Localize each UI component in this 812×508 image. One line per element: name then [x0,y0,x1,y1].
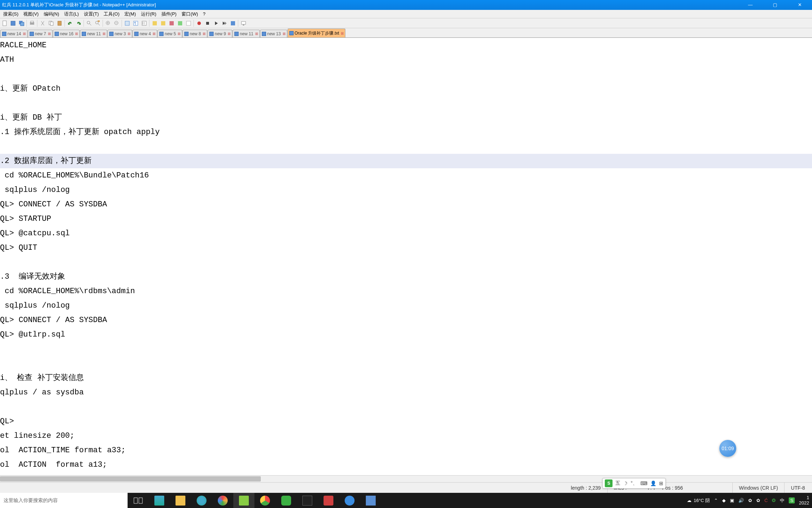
undo-icon[interactable] [66,19,74,27]
indent-guide-icon[interactable] [140,19,148,27]
file-tab[interactable]: new 8⊠ [183,30,207,37]
menu-item[interactable]: 视图(V) [21,11,41,17]
tab-close-icon[interactable]: ⊠ [228,32,230,36]
cut-icon[interactable] [39,19,47,27]
menu-item[interactable]: 搜索(S) [1,11,21,17]
code-line[interactable]: ol ACTION format a13; [0,458,812,472]
file-tab[interactable]: new 14⊠ [0,30,27,37]
code-line[interactable]: cd %ORACLE_HOME%\rdbms\admin [0,284,812,298]
menu-item[interactable]: 窗口(W) [179,11,201,17]
app-9-icon[interactable] [318,493,339,508]
tray-icon-7[interactable]: ❂ [772,498,776,503]
file-tab[interactable]: new 13⊠ [260,30,287,37]
tray-icon-2[interactable]: ▣ [730,498,734,503]
notepadpp-icon[interactable] [233,493,254,508]
find-icon[interactable] [85,19,93,27]
tab-close-icon[interactable]: ⊠ [255,32,258,36]
tray-icon-6[interactable]: Ć [764,498,768,503]
horizontal-scrollbar[interactable] [0,475,812,482]
wordwrap-icon[interactable] [123,19,131,27]
code-line[interactable] [0,139,812,154]
copy-icon[interactable] [47,19,55,27]
chrome-icon[interactable] [254,493,276,508]
code-line[interactable]: QL> STARTUP [0,212,812,226]
file-tab[interactable]: new 11⊠ [233,30,260,37]
code-line[interactable] [0,356,812,371]
paste-icon[interactable] [56,19,63,27]
maximize-button[interactable]: ▢ [763,0,787,10]
code-line[interactable]: RACLE_HOME [0,38,812,53]
tab-close-icon[interactable]: ⊠ [23,32,26,36]
ime-toolbar[interactable]: S 五 ☽ °、 ⌨ 👤 ⊞ [602,478,666,489]
tray-icon-1[interactable]: ◆ [722,498,726,503]
code-line[interactable]: .2 数据库层面，补丁更新 [0,154,812,168]
code-line[interactable]: .3 编译无效对象 [0,270,812,284]
ime-item-moon[interactable]: ☽ [623,480,628,486]
code-line[interactable]: sqlplus /nolog [0,298,812,313]
tab-close-icon[interactable]: ⊠ [48,32,51,36]
tray-clock[interactable]: 1 2022 [799,495,809,506]
code-line[interactable]: QL> CONNECT / AS SYSDBA [0,197,812,212]
code-line[interactable]: sqlplus /nolog [0,183,812,197]
app-1-icon[interactable] [149,493,170,508]
save-macro-icon[interactable] [229,19,237,27]
code-line[interactable] [0,400,812,414]
ime-item-grid[interactable]: ⊞ [659,480,663,486]
menu-item[interactable]: 插件(P) [159,11,179,17]
weather-widget[interactable]: ☁ 16°C 阴 [687,497,710,504]
tab-close-icon[interactable]: ⊠ [128,32,130,36]
menu-item[interactable]: 编码(N) [41,11,62,17]
code-line[interactable]: i、更新 DB 补丁 [0,110,812,125]
file-tab[interactable]: new 11⊠ [80,30,107,37]
tab-close-icon[interactable]: ⊠ [178,32,180,36]
tray-ime-icon[interactable]: 中 [780,497,785,504]
code-line[interactable]: qlplus / as sysdba [0,385,812,400]
menu-item[interactable]: 宏(M) [122,11,139,17]
toggle-1-icon[interactable] [151,19,159,27]
show-symbols-icon[interactable]: ¶ [132,19,140,27]
code-line[interactable] [0,342,812,356]
tray-s-icon[interactable]: S [789,497,795,503]
ime-item-kbd[interactable]: ⌨ [640,480,647,486]
tab-close-icon[interactable]: ⊠ [203,32,205,36]
redo-icon[interactable] [75,19,82,27]
close-button[interactable]: ✕ [787,0,812,10]
menu-item[interactable]: 设置(T) [81,11,102,17]
menu-item[interactable]: 语言(L) [62,11,81,17]
zoom-out-icon[interactable] [113,19,121,27]
floating-clock[interactable]: 01:09 [719,440,736,457]
ime-item-user[interactable]: 👤 [650,480,656,486]
code-line[interactable]: QL> @catcpu.sql [0,226,812,241]
menu-item[interactable]: 工具(O) [101,11,122,17]
app-4-icon[interactable] [212,493,233,508]
file-tab[interactable]: new 4⊠ [133,30,157,37]
monitor-icon[interactable] [240,19,247,27]
record-icon[interactable] [195,19,203,27]
ime-item-wubi[interactable]: 五 [615,480,620,486]
tab-close-icon[interactable]: ⊠ [283,32,285,36]
code-line[interactable] [0,255,812,270]
code-line[interactable]: cd %ORACLE_HOME%\Bundle\Patch16 [0,168,812,183]
file-tab[interactable]: new 7⊠ [28,30,53,37]
file-tab[interactable]: new 5⊠ [158,30,182,37]
save-icon[interactable] [9,19,17,27]
tray-icon-5[interactable]: ✿ [756,498,760,503]
file-tab[interactable]: new 3⊠ [107,30,132,37]
tray-volume-icon[interactable]: 🔊 [738,498,744,503]
taskbar-search[interactable]: 这里输入你要搜索的内容 [0,493,128,508]
toggle-3-icon[interactable] [168,19,176,27]
code-line[interactable]: QL> CONNECT / AS SYSDBA [0,313,812,327]
edge-icon[interactable] [191,493,212,508]
menu-item[interactable]: 运行(R) [139,11,159,17]
toggle-4-icon[interactable] [176,19,184,27]
replace-icon[interactable] [94,19,102,27]
code-line[interactable]: i、 检查 补丁安装信息 [0,371,812,385]
toggle-5-icon[interactable] [185,19,192,27]
code-line[interactable]: QL> QUIT [0,241,812,255]
tab-close-icon[interactable]: ⊠ [153,32,155,36]
task-view-icon[interactable] [128,493,149,508]
ime-logo-icon[interactable]: S [605,479,613,487]
code-line[interactable]: .1 操作系统层面，补丁更新 opatch apply [0,125,812,139]
print-icon[interactable] [28,19,36,27]
code-line[interactable]: ATH [0,53,812,67]
